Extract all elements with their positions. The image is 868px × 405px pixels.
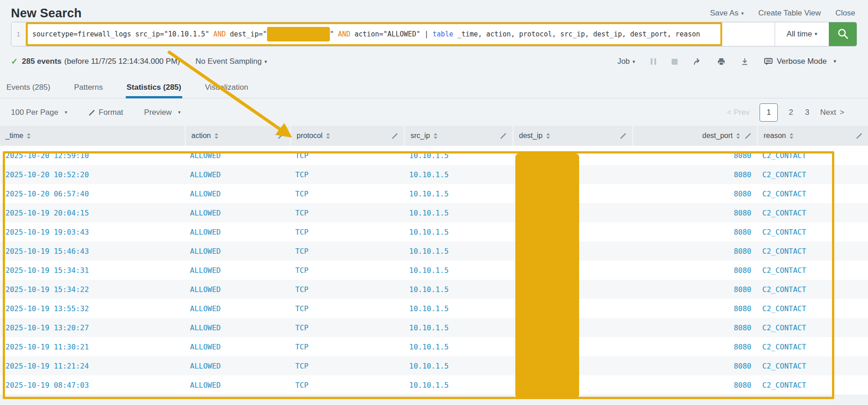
stop-button[interactable] bbox=[672, 59, 678, 65]
cell-_time[interactable]: 2025-10-20 10:52:20 bbox=[0, 165, 185, 184]
cell-dest_port[interactable]: 8080 bbox=[632, 280, 757, 299]
job-dropdown[interactable]: Job▾ bbox=[617, 57, 635, 66]
format-button[interactable]: Format bbox=[88, 108, 123, 117]
search-input[interactable]: sourcetype=firewall_logs src_ip="10.10.1… bbox=[26, 22, 722, 46]
prev-page-button[interactable]: < Prev bbox=[727, 108, 750, 117]
cell-action[interactable]: ALLOWED bbox=[185, 356, 290, 375]
cell-protocol[interactable]: TCP bbox=[290, 318, 404, 337]
cell-src_ip[interactable]: 10.10.1.5 bbox=[404, 261, 512, 280]
cell-action[interactable]: ALLOWED bbox=[185, 318, 290, 337]
print-button[interactable] bbox=[717, 58, 725, 66]
cell-dest_port[interactable]: 8080 bbox=[632, 337, 757, 356]
cell-reason[interactable]: C2_CONTACT bbox=[757, 165, 868, 184]
cell-dest_port[interactable]: 8080 bbox=[632, 261, 757, 280]
column-header-dest-ip[interactable]: dest_ip bbox=[512, 126, 632, 146]
cell-dest_port[interactable]: 8080 bbox=[632, 184, 757, 203]
cell-_time[interactable]: 2025-10-19 08:47:03 bbox=[0, 375, 185, 395]
next-page-button[interactable]: Next> bbox=[820, 108, 844, 117]
cell-action[interactable]: ALLOWED bbox=[185, 280, 290, 299]
tab-events[interactable]: Events (285) bbox=[5, 77, 51, 98]
close-button[interactable]: Close bbox=[836, 9, 855, 18]
share-button[interactable] bbox=[693, 58, 702, 66]
column-header-dest-port[interactable]: dest_port bbox=[632, 126, 757, 146]
cell-_time[interactable]: 2025-10-19 13:55:32 bbox=[0, 299, 185, 318]
cell-protocol[interactable]: TCP bbox=[290, 165, 404, 184]
cell-action[interactable]: ALLOWED bbox=[185, 184, 290, 203]
edit-column-icon[interactable] bbox=[620, 133, 627, 139]
tab-patterns[interactable]: Patterns bbox=[73, 77, 103, 98]
cell-src_ip[interactable]: 10.10.1.5 bbox=[404, 280, 512, 299]
cell-dest_ip[interactable] bbox=[512, 203, 632, 222]
cell-protocol[interactable]: TCP bbox=[290, 337, 404, 356]
cell-reason[interactable]: C2_CONTACT bbox=[757, 261, 868, 280]
cell-protocol[interactable]: TCP bbox=[290, 375, 404, 395]
cell-_time[interactable]: 2025-10-19 19:03:43 bbox=[0, 222, 185, 241]
edit-column-icon[interactable] bbox=[856, 133, 863, 139]
cell-dest_ip[interactable] bbox=[512, 222, 632, 241]
cell-reason[interactable]: C2_CONTACT bbox=[757, 356, 868, 375]
cell-dest_ip[interactable] bbox=[512, 165, 632, 184]
cell-dest_ip[interactable] bbox=[512, 356, 632, 375]
time-range-picker[interactable]: All time ▾ bbox=[775, 22, 829, 46]
cell-reason[interactable]: C2_CONTACT bbox=[757, 299, 868, 318]
cell-dest_ip[interactable] bbox=[512, 261, 632, 280]
cell-dest_port[interactable]: 8080 bbox=[632, 241, 757, 261]
cell-protocol[interactable]: TCP bbox=[290, 261, 404, 280]
cell-action[interactable]: ALLOWED bbox=[185, 241, 290, 261]
page-button-3[interactable]: 3 bbox=[804, 108, 810, 117]
cell-reason[interactable]: C2_CONTACT bbox=[757, 222, 868, 241]
cell-dest_port[interactable]: 8080 bbox=[632, 222, 757, 241]
cell-protocol[interactable]: TCP bbox=[290, 184, 404, 203]
preview-dropdown[interactable]: Preview▾ bbox=[144, 108, 180, 117]
column-header-time[interactable]: _time bbox=[0, 126, 185, 146]
cell-_time[interactable]: 2025-10-20 06:57:40 bbox=[0, 184, 185, 203]
cell-action[interactable]: ALLOWED bbox=[185, 222, 290, 241]
cell-dest_port[interactable]: 8080 bbox=[632, 356, 757, 375]
cell-dest_ip[interactable] bbox=[512, 241, 632, 261]
cell-dest_ip[interactable] bbox=[512, 146, 632, 165]
edit-column-icon[interactable] bbox=[500, 133, 507, 139]
cell-dest_port[interactable]: 8080 bbox=[632, 203, 757, 222]
page-button-2[interactable]: 2 bbox=[788, 108, 794, 117]
cell-action[interactable]: ALLOWED bbox=[185, 299, 290, 318]
create-table-view-button[interactable]: Create Table View bbox=[758, 9, 821, 18]
tab-statistics[interactable]: Statistics (285) bbox=[126, 77, 182, 98]
per-page-dropdown[interactable]: 100 Per Page▾ bbox=[11, 108, 67, 117]
cell-src_ip[interactable]: 10.10.1.5 bbox=[404, 203, 512, 222]
cell-dest_ip[interactable] bbox=[512, 299, 632, 318]
edit-column-icon[interactable] bbox=[391, 133, 398, 139]
cell-src_ip[interactable]: 10.10.1.5 bbox=[404, 146, 512, 165]
search-mode-dropdown[interactable]: Verbose Mode▾ bbox=[764, 57, 836, 66]
cell-dest_port[interactable]: 8080 bbox=[632, 299, 757, 318]
cell-dest_ip[interactable] bbox=[512, 280, 632, 299]
export-button[interactable] bbox=[741, 58, 749, 66]
edit-column-icon[interactable] bbox=[745, 133, 751, 139]
cell-action[interactable]: ALLOWED bbox=[185, 146, 290, 165]
cell-dest_port[interactable]: 8080 bbox=[632, 165, 757, 184]
cell-dest_ip[interactable] bbox=[512, 337, 632, 356]
cell-reason[interactable]: C2_CONTACT bbox=[757, 184, 868, 203]
cell-src_ip[interactable]: 10.10.1.5 bbox=[404, 375, 512, 395]
column-header-protocol[interactable]: protocol bbox=[290, 126, 404, 146]
cell-src_ip[interactable]: 10.10.1.5 bbox=[404, 337, 512, 356]
cell-_time[interactable]: 2025-10-19 15:46:43 bbox=[0, 241, 185, 261]
cell-src_ip[interactable]: 10.10.1.5 bbox=[404, 241, 512, 261]
cell-_time[interactable]: 2025-10-19 13:20:27 bbox=[0, 318, 185, 337]
cell-dest_ip[interactable] bbox=[512, 184, 632, 203]
cell-protocol[interactable]: TCP bbox=[290, 203, 404, 222]
event-sampling-dropdown[interactable]: No Event Sampling▾ bbox=[195, 57, 267, 66]
cell-reason[interactable]: C2_CONTACT bbox=[757, 375, 868, 395]
cell-dest_port[interactable]: 8080 bbox=[632, 318, 757, 337]
cell-src_ip[interactable]: 10.10.1.5 bbox=[404, 165, 512, 184]
column-header-reason[interactable]: reason bbox=[757, 126, 868, 146]
cell-dest_ip[interactable] bbox=[512, 375, 632, 395]
cell-action[interactable]: ALLOWED bbox=[185, 165, 290, 184]
cell-_time[interactable]: 2025-10-20 12:59:10 bbox=[0, 146, 185, 165]
cell-_time[interactable]: 2025-10-19 11:30:21 bbox=[0, 337, 185, 356]
cell-_time[interactable]: 2025-10-19 20:04:15 bbox=[0, 203, 185, 222]
cell-src_ip[interactable]: 10.10.1.5 bbox=[404, 299, 512, 318]
cell-protocol[interactable]: TCP bbox=[290, 222, 404, 241]
column-header-action[interactable]: action bbox=[185, 126, 290, 146]
cell-_time[interactable]: 2025-10-19 15:34:31 bbox=[0, 261, 185, 280]
cell-action[interactable]: ALLOWED bbox=[185, 203, 290, 222]
